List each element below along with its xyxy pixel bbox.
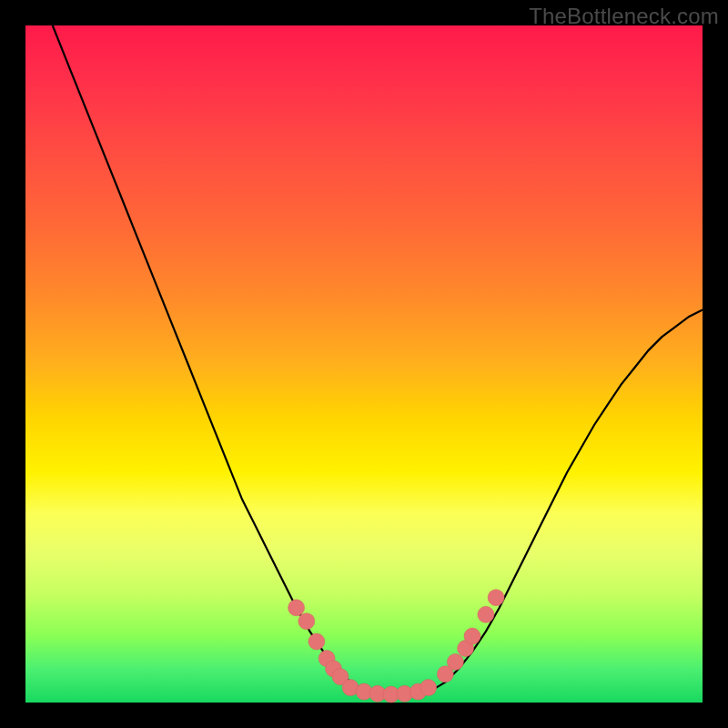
watermark-label: TheBottleneck.com bbox=[529, 4, 719, 29]
gradient-plot-area bbox=[25, 25, 703, 703]
outer-black-frame: TheBottleneck.com bbox=[0, 0, 728, 728]
